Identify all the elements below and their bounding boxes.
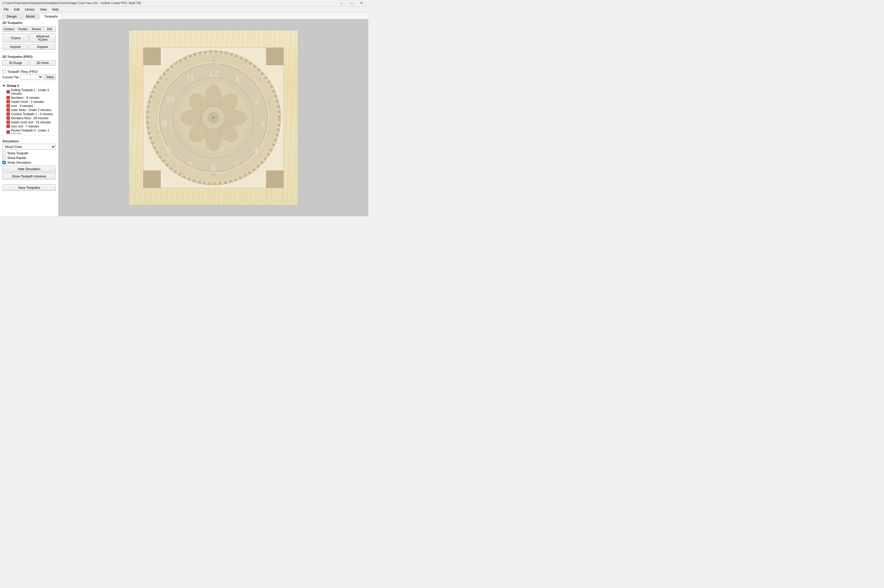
section-3d-title: 3D Toolpaths (PRO) [0, 53, 58, 59]
tab-model[interactable]: Model [22, 14, 39, 19]
close-button[interactable]: ✕ [357, 1, 366, 6]
menubar: File Edit Library View Help [0, 6, 368, 12]
svg-text:11: 11 [186, 72, 194, 82]
tp-label-2: Inside Circle - 2 minutes [11, 100, 44, 104]
btns-3d: 3D Rough 3D Finish [0, 59, 58, 67]
simulation-section: Simulation Wood Grain Show Toolpath Show… [0, 136, 58, 182]
svg-text:4: 4 [254, 145, 258, 156]
simulation-title: Simulation [2, 138, 56, 144]
show-simulation-checkbox[interactable] [2, 161, 6, 164]
clock-face-svg: 12 1 2 3 4 5 6 7 8 9 10 [140, 45, 287, 191]
svg-point-39 [157, 102, 159, 104]
tab-toolpaths[interactable]: Toolpaths [40, 14, 62, 19]
show-simulation-label: Show Simulation [7, 161, 31, 164]
3d-rough-button[interactable]: 3D Rough [2, 60, 29, 66]
tp-label-4: outer limits - Under 2 minutes [11, 108, 51, 112]
toolpath-list: ▼ Group 1 Drilling Toolpath 1 - Under 2 … [0, 83, 58, 134]
menu-view[interactable]: View [38, 7, 49, 12]
show-rapids-checkbox[interactable] [2, 156, 6, 160]
advanced-vcarve-button[interactable]: Advanced VCarve [30, 34, 56, 42]
texture-button[interactable]: Texture [30, 26, 42, 32]
keyhole-button[interactable]: Keyhole [2, 44, 29, 50]
svg-point-21 [212, 116, 215, 119]
svg-text:5: 5 [234, 160, 239, 170]
svg-text:2: 2 [254, 95, 259, 106]
main-layout: 2D Toolpaths Contour Pocket Texture Dril… [0, 19, 368, 216]
show-volumes-button[interactable]: Show Toolpath Volumes [2, 173, 56, 180]
toolpath-item-3[interactable]: core - 9 minutes [1, 104, 57, 108]
svg-text:9: 9 [162, 118, 167, 130]
toolpath-item-0[interactable]: Drilling Toolpath 1 - Under 2 minutes [1, 88, 57, 96]
current-tile-label: Current Tile [2, 75, 19, 79]
svg-point-42 [180, 172, 183, 175]
show-toolpath-row: Show Toolpath [2, 151, 56, 156]
svg-point-46 [212, 59, 215, 62]
divider-1 [0, 52, 58, 52]
tp-label-6: Numbers Rest - 29 minutes [11, 116, 48, 120]
toolpath-item-5[interactable]: Contour Toolpath 1 - 6 minutes [1, 112, 57, 116]
svg-rect-3 [143, 170, 161, 188]
3d-finish-button[interactable]: 3D Finish [30, 60, 56, 66]
svg-point-43 [244, 172, 247, 175]
simulation-dropdown[interactable]: Wood Grain [2, 144, 56, 150]
svg-text:3: 3 [260, 120, 265, 131]
svg-rect-1 [143, 48, 161, 65]
menu-help[interactable]: Help [50, 7, 61, 12]
svg-rect-2 [266, 48, 284, 65]
svg-text:8: 8 [167, 144, 172, 154]
pocket-button[interactable]: Pocket [17, 26, 29, 32]
save-toolpaths-button[interactable]: Save Toolpaths [2, 184, 56, 191]
menu-edit[interactable]: Edit [12, 7, 22, 12]
setup-button[interactable]: Setup [44, 75, 56, 80]
hide-simulation-button[interactable]: Hide Simulation [2, 166, 56, 172]
tiling-label: Toolpath Tiling (PRO) [7, 70, 38, 74]
show-rapids-row: Show Rapids [2, 156, 56, 160]
group-label: Group 1 [7, 84, 19, 87]
group-header[interactable]: ▼ Group 1 [1, 83, 57, 88]
maximize-button[interactable]: □ [347, 1, 356, 6]
current-tile-select[interactable] [20, 75, 43, 80]
minimize-button[interactable]: ─ [337, 1, 346, 6]
tp-icon-2 [6, 100, 10, 104]
svg-text:6: 6 [211, 162, 216, 174]
menu-library[interactable]: Library [23, 7, 37, 12]
group-collapse-icon: ▼ [2, 84, 6, 87]
section-2d-title: 2D Toolpaths [0, 19, 58, 26]
engrave-button[interactable]: Engrave [30, 44, 56, 50]
toolpath-item-9[interactable]: Pocket Toolpath 4 - Under 2 minutes [1, 128, 57, 134]
titlebar: C:\Users\Fabrication\Desktop\instructabl… [0, 0, 368, 6]
toolpath-item-8[interactable]: core rest - 7 minutes [1, 124, 57, 128]
toolpath-item-6[interactable]: Numbers Rest - 29 minutes [1, 116, 57, 120]
toolpath-item-7[interactable]: inside circle rest - 15 minutes [1, 120, 57, 124]
tp-label-9: Pocket Toolpath 4 - Under 2 minutes [11, 129, 56, 134]
drill-button[interactable]: Drill [43, 26, 56, 32]
btns-2d-row3: Keyhole Engrave [0, 43, 58, 51]
svg-point-45 [268, 131, 270, 134]
divider-4 [0, 135, 58, 135]
svg-point-40 [157, 131, 159, 134]
toolpath-item-1[interactable]: Numbers - 9 minutes [1, 96, 57, 100]
tp-icon-1 [6, 96, 10, 99]
save-section: Save Toolpaths [0, 182, 58, 193]
tiling-row: Toolpath Tiling (PRO) [0, 69, 58, 74]
tp-icon-7 [6, 120, 10, 124]
tp-icon-0 [6, 90, 10, 93]
left-panel: 2D Toolpaths Contour Pocket Texture Dril… [0, 19, 59, 216]
vcarve-button[interactable]: VCarve [2, 34, 29, 42]
svg-point-35 [259, 79, 261, 81]
toolpath-item-2[interactable]: Inside Circle - 2 minutes [1, 100, 57, 104]
show-toolpath-checkbox[interactable] [2, 152, 6, 155]
toolpath-item-4[interactable]: outer limits - Under 2 minutes [1, 108, 57, 112]
show-rapids-label: Show Rapids [7, 156, 26, 160]
titlebar-controls: ─ □ ✕ [337, 1, 366, 6]
canvas-area[interactable]: 12 1 2 3 4 5 6 7 8 9 10 [59, 19, 368, 216]
tab-design[interactable]: Design [2, 14, 21, 19]
svg-text:1: 1 [235, 74, 240, 84]
tp-label-3: core - 9 minutes [11, 104, 33, 108]
tiling-checkbox[interactable] [2, 70, 6, 74]
menu-file[interactable]: File [1, 7, 11, 12]
svg-point-38 [165, 79, 168, 81]
tp-icon-4 [6, 108, 10, 112]
svg-point-37 [180, 61, 183, 64]
contour-button[interactable]: Contour [2, 26, 16, 32]
